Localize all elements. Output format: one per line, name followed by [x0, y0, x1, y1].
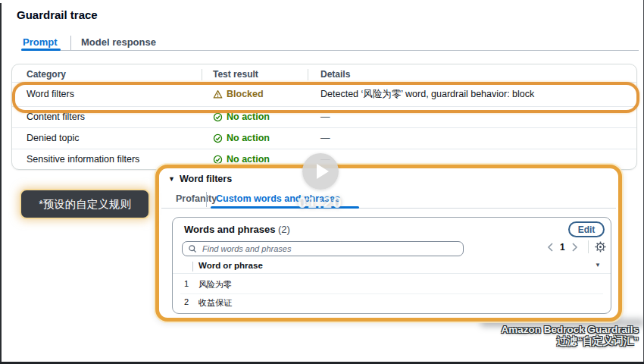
gear-icon[interactable] [595, 241, 606, 256]
word-value: 收益保证 [199, 297, 232, 309]
warning-icon [213, 89, 223, 99]
search-box[interactable] [182, 241, 464, 256]
page-title: Guardrail trace [17, 8, 98, 21]
result-cell: No action [213, 133, 270, 143]
chevron-right-icon[interactable] [571, 243, 578, 252]
success-icon [213, 155, 223, 165]
success-icon [213, 133, 223, 143]
result-cell: Blocked [213, 89, 264, 99]
category-cell: Denied topic [27, 133, 80, 143]
column-divider [202, 69, 202, 80]
section-title: Word filters [180, 174, 232, 184]
status-badge: No action [227, 111, 270, 122]
status-badge: No action [227, 133, 270, 143]
video-timestamp: 01:20 [298, 193, 342, 212]
search-input[interactable] [201, 243, 458, 254]
column-divider [192, 262, 193, 271]
page-number[interactable]: 1 [560, 242, 565, 253]
status-badge: Blocked [227, 89, 264, 99]
tab-model-response[interactable]: Model response [81, 36, 156, 48]
status-badge: No action [227, 154, 270, 165]
result-cell: No action [213, 154, 270, 165]
category-cell: Word filters [27, 89, 74, 99]
count-badge: (2) [278, 224, 290, 235]
words-and-phrases-card: Words and phrases (2) Edit 1 [172, 217, 611, 314]
tabs-baseline [21, 50, 639, 51]
active-tab-underline [21, 49, 61, 51]
column-divider [308, 69, 308, 80]
row-divider [180, 293, 603, 294]
column-header-details: Details [320, 69, 350, 80]
result-cell: No action [213, 111, 270, 122]
column-header-test-result: Test result [213, 69, 258, 80]
card-title: Words and phrases (2) [184, 224, 290, 235]
table-row-word-filters: Word filters Blocked Detected ‘风险为零’ wor… [12, 83, 636, 105]
play-button[interactable] [302, 153, 339, 190]
annotation-callout: *预设的自定义规则 [21, 190, 148, 218]
video-caption: Amazon Bedrock Guardrails 过滤“自定义词汇” [501, 325, 639, 347]
row-divider [12, 82, 636, 83]
caption-line-1: Amazon Bedrock Guardrails [501, 325, 639, 336]
row-index: 2 [184, 297, 189, 306]
details-cell: — [320, 111, 330, 122]
edit-button[interactable]: Edit [568, 221, 605, 237]
row-index: 1 [184, 279, 189, 288]
details-cell: — [320, 133, 330, 143]
word-row-2: 2 收益保证 [173, 295, 611, 312]
column-header-word-or-phrase: Word or phrase [199, 261, 263, 270]
success-icon [213, 112, 223, 122]
divider [588, 240, 589, 253]
category-cell: Content filters [27, 111, 85, 122]
word-value: 风险为零 [199, 279, 232, 290]
sort-caret-icon[interactable]: ▼ [595, 262, 601, 268]
search-icon [188, 244, 197, 253]
details-cell: Detected ‘风险为零’ word, guardrail behavior… [320, 88, 534, 101]
caption-line-2: 过滤“自定义词汇” [501, 336, 639, 347]
word-row-1: 1 风险为零 [173, 277, 611, 293]
pagination: 1 [547, 242, 578, 253]
table-row-content-filters: Content filters No action — [12, 106, 636, 127]
tab-divider [206, 192, 207, 207]
word-filters-expander[interactable]: ▼ Word filters [168, 174, 232, 184]
chevron-left-icon[interactable] [547, 243, 554, 252]
tab-prompt[interactable]: Prompt [23, 36, 58, 48]
table-row-denied-topic: Denied topic No action — [12, 127, 636, 149]
row-divider [173, 273, 611, 274]
chevron-down-icon: ▼ [168, 175, 175, 183]
play-icon [317, 164, 329, 179]
column-header-category: Category [27, 69, 66, 80]
word-filters-panel: ▼ Word filters Profanity Custom words an… [155, 165, 622, 322]
tab-profanity[interactable]: Profanity [176, 193, 217, 204]
guardrail-trace-screen: Guardrail trace Prompt Model response Ca… [0, 0, 644, 364]
frame-edge [0, 3, 2, 364]
tab-divider [70, 36, 71, 50]
category-cell: Sensitive information filters [27, 154, 139, 165]
